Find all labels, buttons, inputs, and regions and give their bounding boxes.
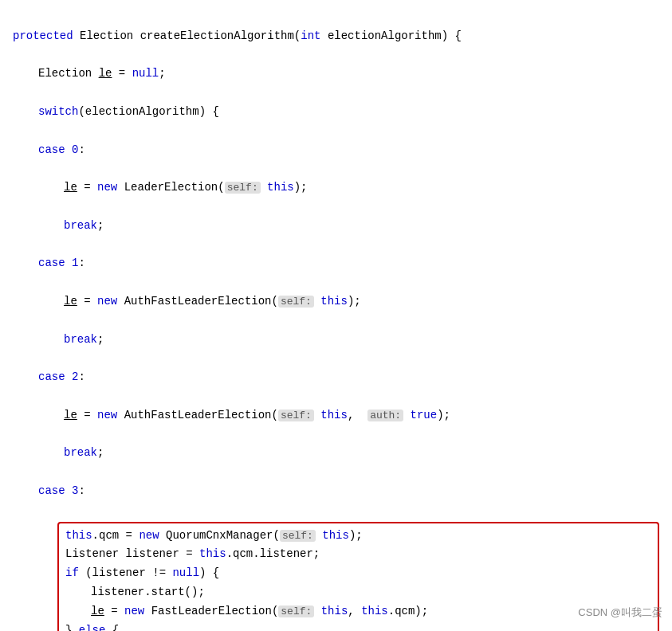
line-5: le = new LeaderElection(self: this); xyxy=(13,178,659,198)
line-1: protected Election createElectionAlgorit… xyxy=(13,27,659,46)
watermark: CSDN @叫我二蛋 xyxy=(578,604,662,621)
line-16: if (listener != null) { xyxy=(65,564,651,583)
line-19: } else { xyxy=(65,621,651,632)
line-10: case 2: xyxy=(13,368,659,387)
line-13: case 3: xyxy=(13,482,659,501)
line-17: listener.start(); xyxy=(65,583,651,602)
line-9: break; xyxy=(13,331,659,350)
line-8: le = new AuthFastLeaderElection(self: th… xyxy=(13,292,659,312)
code-container: protected Election createElectionAlgorit… xyxy=(13,8,659,520)
line-2: Election le = null; xyxy=(13,65,659,84)
line-15: Listener listener = this.qcm.listener; xyxy=(65,545,651,564)
line-6: break; xyxy=(13,217,659,236)
line-12: break; xyxy=(13,444,659,463)
line-11: le = new AuthFastLeaderElection(self: th… xyxy=(13,406,659,425)
line-7: case 1: xyxy=(13,254,659,273)
line-14: this.qcm = new QuorumCnxManager(self: th… xyxy=(65,527,651,546)
line-4: case 0: xyxy=(13,141,659,160)
line-3: switch(electionAlgorithm) { xyxy=(13,103,659,122)
line-18: le = new FastLeaderElection(self: this, … xyxy=(65,602,651,621)
highlighted-section: this.qcm = new QuorumCnxManager(self: th… xyxy=(57,522,659,631)
